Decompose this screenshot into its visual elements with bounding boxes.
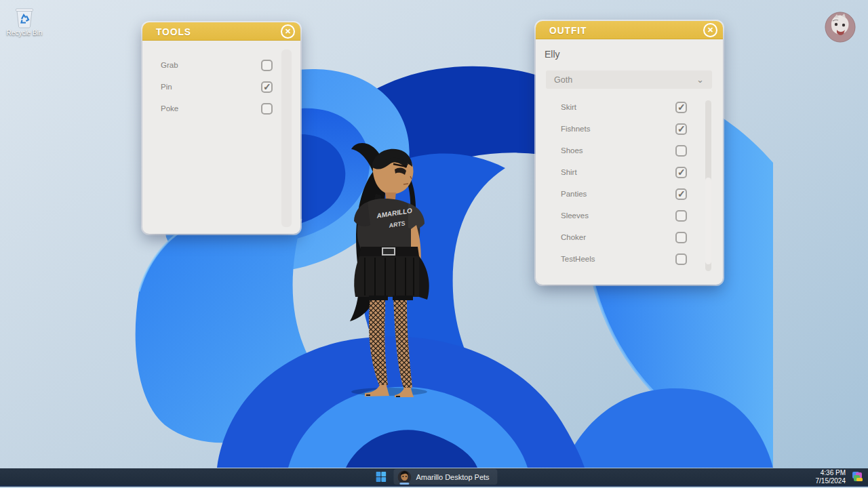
outfit-label-choker: Choker xyxy=(561,233,586,241)
tools-label-poke: Poke xyxy=(161,104,178,113)
taskbar-app-amarillo-desktop-pets[interactable]: Amarillo Desktop Pets xyxy=(393,469,497,485)
taskbar: Amarillo Desktop Pets 4:36 PM 7/15/2024 xyxy=(0,468,868,488)
outfit-dropdown-value: Goth xyxy=(554,75,572,85)
outfit-row-shoes: Shoes xyxy=(536,140,723,161)
outfit-row-skirt: Skirt xyxy=(536,96,723,118)
tools-row-grab: Grab xyxy=(142,54,300,76)
tools-row-pin: Pin xyxy=(142,76,300,98)
tools-row-poke: Poke xyxy=(142,98,300,119)
start-button[interactable] xyxy=(370,469,391,485)
recycle-bin-icon xyxy=(14,5,35,28)
windows-logo-icon xyxy=(376,472,386,482)
tools-label-pin: Pin xyxy=(161,83,172,91)
chevron-down-icon: ⌄ xyxy=(696,77,704,83)
tools-titlebar[interactable]: TOOLS ✕ xyxy=(142,22,300,41)
outfit-label-panties: Panties xyxy=(561,190,587,198)
outfit-label-testheels: TestHeels xyxy=(561,255,595,263)
recycle-bin-desktop-icon[interactable]: Recycle Bin xyxy=(3,5,46,37)
outfit-label-shirt: Shirt xyxy=(561,168,577,176)
outfit-checkbox-sleeves[interactable] xyxy=(675,210,687,222)
outfit-label-shoes: Shoes xyxy=(561,146,583,155)
outfit-checkbox-panties[interactable] xyxy=(675,188,687,200)
outfit-row-fishnets: Fishnets xyxy=(536,118,723,140)
taskbar-clock[interactable]: 4:36 PM 7/15/2024 xyxy=(816,469,846,485)
outfit-label-sleeves: Sleeves xyxy=(561,211,589,220)
outfit-row-testheels: TestHeels xyxy=(536,248,723,270)
outfit-row-choker: Choker xyxy=(536,226,723,248)
outfit-checkbox-skirt[interactable] xyxy=(675,102,687,113)
outfit-label-skirt: Skirt xyxy=(561,103,576,111)
tools-window: TOOLS ✕ Grab Pin Poke xyxy=(142,22,300,234)
desktop-pet-character[interactable]: AMARILLO ARTS xyxy=(338,140,441,397)
outfit-checkbox-fishnets[interactable] xyxy=(675,123,687,135)
outfit-row-panties: Panties xyxy=(536,183,723,205)
desktop: Recycle Bin A xyxy=(0,0,868,488)
pet-fishnet-legs xyxy=(369,296,413,389)
tray-app-icon[interactable] xyxy=(852,471,863,483)
outfit-titlebar[interactable]: OUTFIT ✕ xyxy=(536,21,723,39)
tools-close-icon[interactable]: ✕ xyxy=(281,24,295,39)
outfit-label-fishnets: Fishnets xyxy=(561,125,590,133)
outfit-checkbox-choker[interactable] xyxy=(675,232,687,243)
outfit-window: OUTFIT ✕ Elly Goth ⌄ Skirt Fishnets Shoe… xyxy=(536,21,723,285)
outfit-row-shirt: Shirt xyxy=(536,161,723,183)
clock-time: 4:36 PM xyxy=(816,469,846,477)
outfit-dropdown[interactable]: Goth ⌄ xyxy=(546,70,712,89)
outfit-close-icon[interactable]: ✕ xyxy=(703,23,717,37)
pet-sticker-avatar[interactable] xyxy=(825,12,856,43)
taskbar-app-label: Amarillo Desktop Pets xyxy=(416,473,489,481)
taskbar-app-indicator xyxy=(399,483,409,485)
pet-name-label: Elly xyxy=(545,49,723,60)
tools-label-grab: Grab xyxy=(161,61,178,69)
clock-date: 7/15/2024 xyxy=(816,477,846,485)
outfit-checkbox-shoes[interactable] xyxy=(675,145,687,157)
amarillo-app-icon xyxy=(397,470,411,484)
recycle-bin-label: Recycle Bin xyxy=(3,29,46,37)
tools-checkbox-poke[interactable] xyxy=(261,103,273,115)
tools-checkbox-pin[interactable] xyxy=(261,81,273,93)
outfit-row-sleeves: Sleeves xyxy=(536,205,723,226)
tools-checkbox-grab[interactable] xyxy=(261,60,273,71)
outfit-title: OUTFIT xyxy=(549,24,587,36)
outfit-checkbox-testheels[interactable] xyxy=(675,253,687,265)
outfit-checkbox-shirt[interactable] xyxy=(675,167,687,178)
tools-title: TOOLS xyxy=(156,26,191,37)
